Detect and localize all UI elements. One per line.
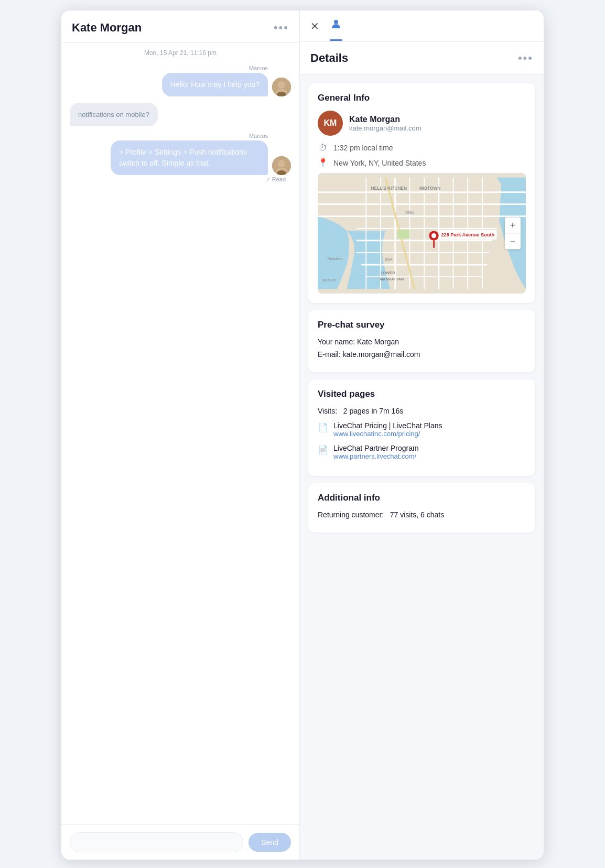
page-icon-1: 📄 <box>318 422 328 432</box>
agent-avatar-3 <box>272 156 291 175</box>
page-details-1: LiveChat Pricing | LiveChat Plans www.li… <box>333 421 442 438</box>
svg-text:⑼A: ⑼A <box>385 257 393 262</box>
person-tab-button[interactable] <box>330 18 342 35</box>
chat-header: Kate Morgan ••• <box>61 10 299 43</box>
page-item-1: 📄 LiveChat Pricing | LiveChat Plans www.… <box>318 421 526 438</box>
avatar-svg-1 <box>272 78 291 96</box>
chat-input[interactable] <box>70 832 243 852</box>
returning-customer-row: Returning customer: 77 visits, 6 chats <box>318 511 526 519</box>
user-name-block: Kate Morgan kate.morgan@mail.com <box>349 115 421 132</box>
general-info-card: General Info KM Kate Morgan kate.morgan@… <box>308 83 535 303</box>
chat-title: Kate Morgan <box>72 21 142 35</box>
user-info-row: KM Kate Morgan kate.morgan@mail.com <box>318 111 526 136</box>
message-row-3: > Profile > Settings > Push notification… <box>70 140 291 175</box>
message-group-1: Marcos Hello! How may I help you? <box>70 65 291 96</box>
message-bubble-1: Hello! How may I help you? <box>162 73 268 96</box>
details-panel: ✕ Details ••• General Info KM Ka <box>300 10 544 860</box>
details-header: Details ••• <box>300 42 544 75</box>
sender-label-3: Marcos <box>70 133 291 139</box>
agent-avatar-image-1 <box>272 78 291 96</box>
local-time-text: 1:32 pm local time <box>333 144 393 152</box>
visits-summary: Visits: 2 pages in 7m 16s <box>318 407 526 415</box>
sender-label-1: Marcos <box>70 65 291 71</box>
map-container: HELL'S KITCHEN MIDTOWN ⑷95 LOWER MANHATT… <box>318 173 526 294</box>
page-url-1[interactable]: www.livechatinc.com/pricing/ <box>333 430 442 438</box>
page-title-1: LiveChat Pricing | LiveChat Plans <box>333 421 442 430</box>
message-bubble-3: > Profile > Settings > Push notification… <box>111 140 268 175</box>
read-label: ✓ Read <box>70 176 291 183</box>
svg-rect-28 <box>397 230 409 239</box>
page-title-2: LiveChat Partner Program <box>333 444 419 452</box>
app-container: Kate Morgan ••• Mon, 15 Apr 21, 11:16 pm… <box>61 10 544 860</box>
message-group-2: notifications on mobile? <box>70 103 291 126</box>
svg-point-38 <box>431 233 436 238</box>
pre-chat-title: Pre-chat survey <box>318 320 526 330</box>
survey-name-row: Your name: Kate Morgan <box>318 338 526 346</box>
person-icon <box>330 18 342 30</box>
svg-text:228 Park Avenue South: 228 Park Avenue South <box>441 232 494 237</box>
map-svg: HELL'S KITCHEN MIDTOWN ⑷95 LOWER MANHATT… <box>318 173 526 294</box>
tab-active-indicator <box>330 39 342 41</box>
svg-point-1 <box>278 81 285 89</box>
svg-text:LOWER: LOWER <box>381 270 395 275</box>
chat-messages: Marcos Hello! How may I help you? <box>61 60 299 824</box>
avatar-svg-3 <box>272 156 291 175</box>
svg-text:MANHATTAN: MANHATTAN <box>380 277 404 281</box>
svg-text:WPORT: WPORT <box>322 278 337 283</box>
svg-text:HELL'S KITCHEN: HELL'S KITCHEN <box>371 186 407 191</box>
chat-menu-button[interactable]: ••• <box>274 21 289 35</box>
location-icon: 📍 <box>318 158 328 168</box>
visited-pages-title: Visited pages <box>318 389 526 399</box>
chat-panel: Kate Morgan ••• Mon, 15 Apr 21, 11:16 pm… <box>61 10 300 860</box>
additional-info-title: Additional info <box>318 493 526 503</box>
details-menu-button[interactable]: ••• <box>518 51 533 65</box>
agent-avatar-1 <box>272 78 291 96</box>
details-title: Details <box>310 51 348 65</box>
message-row-2: notifications on mobile? <box>70 103 291 126</box>
pre-chat-survey-card: Pre-chat survey Your name: Kate Morgan E… <box>308 310 535 372</box>
message-bubble-2: notifications on mobile? <box>70 103 158 126</box>
zoom-out-button[interactable]: − <box>505 234 521 249</box>
svg-text:⑷95: ⑷95 <box>405 210 414 215</box>
location-row: 📍 New York, NY, United States <box>318 158 526 168</box>
details-tab-bar: ✕ <box>300 10 544 42</box>
chat-date: Mon, 15 Apr 21, 11:16 pm <box>61 43 299 60</box>
user-name: Kate Morgan <box>349 115 421 124</box>
local-time-row: ⏱ 1:32 pm local time <box>318 143 526 153</box>
general-info-title: General Info <box>318 93 526 103</box>
svg-point-5 <box>278 160 285 167</box>
user-email-display: kate.morgan@mail.com <box>349 124 421 132</box>
page-details-2: LiveChat Partner Program www.partners.li… <box>333 444 419 460</box>
svg-text:Hoboken: Hoboken <box>327 256 343 261</box>
clock-icon: ⏱ <box>318 143 328 153</box>
location-text: New York, NY, United States <box>333 159 426 167</box>
close-button[interactable]: ✕ <box>310 20 319 32</box>
survey-email-row: E-mail: kate.morgan@mail.com <box>318 350 526 359</box>
message-row-1: Hello! How may I help you? <box>70 73 291 96</box>
page-icon-2: 📄 <box>318 445 328 455</box>
page-item-2: 📄 LiveChat Partner Program www.partners.… <box>318 444 526 460</box>
message-group-3: Marcos > Profile > Settings > Push notif… <box>70 133 291 183</box>
svg-point-8 <box>334 20 338 24</box>
send-button[interactable]: Send <box>249 833 291 852</box>
map-zoom-controls: + − <box>505 218 521 249</box>
visited-pages-card: Visited pages Visits: 2 pages in 7m 16s … <box>308 379 535 476</box>
page-url-2[interactable]: www.partners.livechat.com/ <box>333 452 419 460</box>
zoom-in-button[interactable]: + <box>505 218 521 233</box>
details-content: General Info KM Kate Morgan kate.morgan@… <box>300 75 544 541</box>
user-avatar: KM <box>318 111 343 136</box>
chat-input-area: Send <box>61 824 299 860</box>
svg-text:MIDTOWN: MIDTOWN <box>419 186 440 191</box>
additional-info-card: Additional info Returning customer: 77 v… <box>308 483 535 533</box>
